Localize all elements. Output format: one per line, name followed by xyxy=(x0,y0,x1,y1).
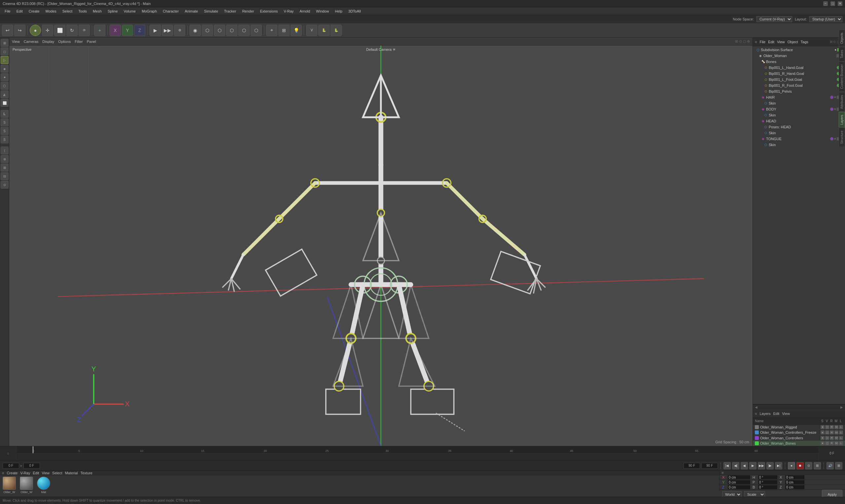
collapse-bar[interactable]: ◀ ▶ xyxy=(753,404,845,410)
autokey-button[interactable]: ⊙ xyxy=(805,462,812,469)
timeline-keyframes-area[interactable] xyxy=(17,453,818,461)
total-frames-input2[interactable] xyxy=(701,463,718,469)
anim3-mode[interactable]: ⬡ xyxy=(251,25,262,36)
node-space-select[interactable]: Current (V-Ray) xyxy=(757,16,792,22)
sidebar-btn-10[interactable]: S xyxy=(1,119,8,126)
obj-hair[interactable]: ◉ HAIR ✕ xyxy=(753,94,845,100)
live-select-button[interactable]: ● xyxy=(30,25,41,36)
menu-simulate[interactable]: Simulate xyxy=(202,8,221,14)
script-button[interactable]: 🐍 xyxy=(330,25,342,36)
goto-start-button[interactable]: |◀ xyxy=(723,462,731,469)
mat-menu-material[interactable]: Material xyxy=(65,471,78,475)
tab-content-browser[interactable]: Content Browser xyxy=(839,61,845,92)
menu-modes[interactable]: Modes xyxy=(43,8,59,14)
coord-sy-input[interactable] xyxy=(785,480,805,485)
viewport-canvas[interactable]: X Y Z Per xyxy=(9,46,753,446)
add-button[interactable]: + xyxy=(94,25,105,36)
coord-sz-input[interactable] xyxy=(785,485,805,489)
objects-menu-object[interactable]: Object xyxy=(788,40,798,44)
obj-body[interactable]: ◉ BODY ✕ xyxy=(753,106,845,112)
tab-attributes[interactable]: Attributes xyxy=(839,92,845,112)
tab-takes[interactable]: Takes xyxy=(839,47,845,61)
render-preview[interactable]: ▶ xyxy=(150,25,161,36)
render-settings[interactable]: ▶▶ xyxy=(162,25,173,36)
viewport-menu-view[interactable]: View xyxy=(12,40,20,43)
obj-subdivision-surface[interactable]: ⬡ Subdivision Surface ● ✓ xyxy=(753,47,845,53)
sidebar-btn-2[interactable]: ◻ xyxy=(1,48,8,55)
render-btn[interactable]: ⚙ xyxy=(174,25,185,36)
edit-mode[interactable]: ⬡ xyxy=(214,25,225,36)
menu-help[interactable]: Help xyxy=(332,8,345,14)
record-mode-button[interactable]: ● xyxy=(788,462,795,469)
obj-skin-body[interactable]: ⬡ Skin ✓ xyxy=(753,112,845,118)
mat-menu-texture[interactable]: Texture xyxy=(81,471,92,475)
coord-y-input[interactable] xyxy=(727,480,751,485)
prev-frame-button[interactable]: ◀| xyxy=(732,462,739,469)
play-button[interactable]: ▶ xyxy=(749,462,757,469)
coord-p-input[interactable] xyxy=(758,480,778,485)
objects-menu-icon[interactable]: ≡ xyxy=(755,40,757,44)
minimize-button[interactable]: − xyxy=(823,1,828,6)
menu-mesh[interactable]: Mesh xyxy=(90,8,104,14)
tab-layers[interactable]: Layers xyxy=(839,112,845,128)
anim-mode[interactable]: ⬡ xyxy=(226,25,237,36)
menu-tools[interactable]: Tools xyxy=(75,8,89,14)
tab-objects[interactable]: Objects xyxy=(839,30,845,47)
object-mode[interactable]: ◉ xyxy=(190,25,201,36)
vray-button[interactable]: V xyxy=(306,25,317,36)
viewport-menu-filter[interactable]: Filter xyxy=(75,40,83,43)
mat-menu-icon[interactable]: ≡ xyxy=(2,471,4,475)
material-item-2[interactable]: Older_W xyxy=(20,476,33,494)
layout-select[interactable]: Startup (User) xyxy=(809,16,842,22)
close-button[interactable]: ✕ xyxy=(838,1,842,6)
objects-menu-edit[interactable]: Edit xyxy=(768,40,774,44)
undo2-button[interactable]: ⟳ xyxy=(79,25,90,36)
obj-bip-l-foot[interactable]: ⬡ Bip001_L_Foot.Goal xyxy=(753,76,845,83)
move-button[interactable]: ✛ xyxy=(42,25,53,36)
obj-skin-hair[interactable]: ⬡ Skin ✓ xyxy=(753,100,845,106)
zaxis-button[interactable]: Z xyxy=(134,25,145,36)
material-item-3[interactable]: Mat xyxy=(37,476,50,494)
yaxis-button[interactable]: Y xyxy=(122,25,133,36)
scale-button[interactable]: ⬜ xyxy=(54,25,65,36)
viewport-menu-panel[interactable]: Panel xyxy=(87,40,96,43)
sidebar-btn-7[interactable]: ◭ xyxy=(1,90,8,98)
sidebar-btn-16[interactable]: ⊟ xyxy=(1,172,8,180)
sidebar-btn-12[interactable]: S xyxy=(1,136,8,143)
sidebar-btn-14[interactable]: ⊛ xyxy=(1,155,8,163)
obj-older-woman[interactable]: ◉ Older_Woman xyxy=(753,53,845,59)
sidebar-btn-8[interactable]: ⬜ xyxy=(1,99,8,107)
tab-structure[interactable]: Structure xyxy=(839,128,845,147)
menu-file[interactable]: File xyxy=(2,8,13,14)
scene-mode[interactable]: ⬡ xyxy=(202,25,213,36)
menu-edit[interactable]: Edit xyxy=(14,8,25,14)
redo-button[interactable]: ↪ xyxy=(14,25,25,36)
snap-button[interactable]: ⌖ xyxy=(266,25,277,36)
current-frame-input-right[interactable] xyxy=(23,463,40,469)
timeline-track[interactable]: 0 5 10 15 20 25 30 35 40 45 50 55 60 xyxy=(17,446,818,461)
grid-button[interactable]: ⊞ xyxy=(278,25,290,36)
obj-bip-pelvis[interactable]: ⬡ Bip001_Pelvis xyxy=(753,88,845,94)
menu-character[interactable]: Character xyxy=(160,8,181,14)
layers-menu-edit[interactable]: Edit xyxy=(773,412,779,416)
obj-skin-tongue[interactable]: ⬡ Skin ✓ xyxy=(753,142,845,148)
sidebar-btn-4[interactable]: ◈ xyxy=(1,65,8,73)
objects-menu-file[interactable]: File xyxy=(759,40,765,44)
menu-tracker[interactable]: Tracker xyxy=(222,8,239,14)
sidebar-btn-1[interactable]: ⊞ xyxy=(1,39,8,47)
menu-volume[interactable]: Volume xyxy=(121,8,139,14)
light-button[interactable]: 💡 xyxy=(291,25,302,36)
layer-controllers-freeze[interactable]: Older_Woman_Controllers_Freeze ● ◻ R M L xyxy=(753,430,845,435)
obj-bip-r-hand[interactable]: ⬡ Bip001_R_Hand.Goal xyxy=(753,71,845,76)
mat-menu-create[interactable]: Create xyxy=(6,471,17,475)
sidebar-btn-11[interactable]: S xyxy=(1,127,8,135)
mat-menu-view[interactable]: View xyxy=(41,471,50,475)
maximize-button[interactable]: □ xyxy=(830,1,835,6)
record-button[interactable]: ⏺ xyxy=(796,462,804,469)
anim2-mode[interactable]: ⬡ xyxy=(238,25,249,36)
menu-arnold[interactable]: Arnold xyxy=(297,8,313,14)
next-play-button[interactable]: ▶▶ xyxy=(758,462,765,469)
sidebar-btn-17[interactable]: ⊙ xyxy=(1,181,8,189)
menu-vray[interactable]: V-Ray xyxy=(281,8,296,14)
obj-poses-head[interactable]: ⬡ Poses: HEAD xyxy=(753,124,845,130)
